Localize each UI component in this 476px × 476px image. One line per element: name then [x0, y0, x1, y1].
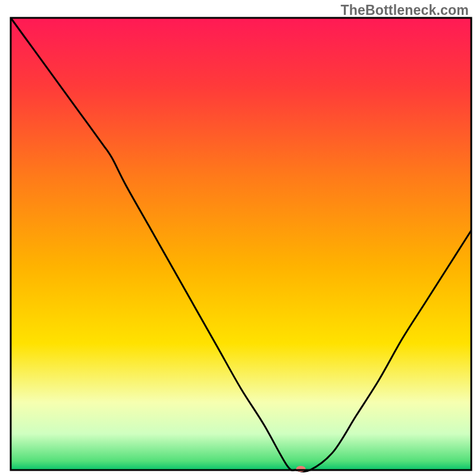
- bottleneck-chart: [0, 0, 476, 476]
- watermark-text: TheBottleneck.com: [340, 2, 469, 18]
- plot-background: [11, 18, 471, 470]
- chart-container: { "watermark": "TheBottleneck.com", "cha…: [0, 0, 476, 476]
